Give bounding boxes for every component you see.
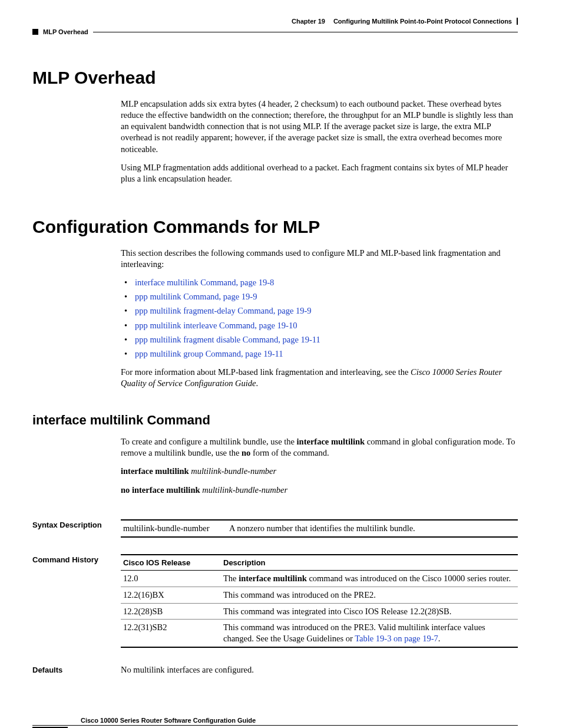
- link-ppp-multilink-interleave[interactable]: ppp multilink interleave Command, page 1…: [135, 321, 297, 330]
- link-ppp-multilink[interactable]: ppp multilink Command, page 19-9: [135, 292, 257, 301]
- para-s1-1: MLP encapsulation adds six extra bytes (…: [121, 98, 518, 155]
- command-history-row: Command History Cisco IOS Release Descri…: [32, 554, 518, 648]
- command-history-table: Cisco IOS Release Description 12.0 The i…: [121, 554, 518, 648]
- table-row: 12.0 The interface multilink command was…: [121, 570, 518, 587]
- syntax2-cmd: no interface multilink: [121, 485, 200, 495]
- syntax-description-row: Syntax Description multilink-bundle-numb…: [32, 519, 518, 538]
- syntax-line-1: interface multilink multilink-bundle-num…: [121, 466, 518, 477]
- para-s2-outro: For more information about MLP-based lin…: [121, 367, 518, 389]
- label-command-history: Command History: [32, 554, 121, 564]
- label-syntax-description: Syntax Description: [32, 519, 121, 529]
- cell-desc: This command was introduced on the PRE3.…: [221, 620, 518, 647]
- cell-desc: The interface multilink command was intr…: [221, 570, 518, 587]
- syntax-line-2: no interface multilink multilink-bundle-…: [121, 485, 518, 496]
- running-section-label: MLP Overhead: [43, 28, 88, 35]
- header-rule-icon: [93, 32, 518, 32]
- outro-post: .: [256, 378, 259, 388]
- heading-mlp-overhead: MLP Overhead: [32, 68, 518, 88]
- syntax-text: A nonzero number that identifies the mul…: [227, 520, 518, 537]
- syntax-table: multilink-bundle-number A nonzero number…: [121, 519, 518, 538]
- command-link-list: interface multilink Command, page 19-8 p…: [121, 277, 518, 360]
- link-ppp-multilink-fragment-disable[interactable]: ppp multilink fragment disable Command, …: [135, 335, 320, 344]
- s3-p1-pre: To create and configure a multilink bund…: [121, 437, 297, 446]
- table-row: 12.2(16)BX This command was introduced o…: [121, 587, 518, 603]
- d0-pre: The: [223, 574, 239, 583]
- outro-pre: For more information about MLP-based lin…: [121, 367, 411, 377]
- col-description: Description: [221, 555, 518, 571]
- cell-release: 12.0: [121, 570, 221, 587]
- cell-release: 12.2(28)SB: [121, 603, 221, 620]
- link-interface-multilink[interactable]: interface multilink Command, page 19-8: [135, 278, 274, 287]
- d0-post: command was introduced on the Cisco 1000…: [307, 574, 511, 583]
- para-s2-intro: This section describes the following com…: [121, 248, 518, 270]
- para-s3-1: To create and configure a multilink bund…: [121, 436, 518, 459]
- cell-release: 12.2(16)BX: [121, 587, 221, 603]
- syntax2-arg: multilink-bundle-number: [202, 485, 287, 495]
- link-table-19-3[interactable]: Table 19-3 on page 19-7: [355, 634, 438, 643]
- running-head-row: MLP Overhead: [32, 28, 518, 35]
- para-s1-2: Using MLP fragmentation adds additional …: [121, 162, 518, 185]
- col-release: Cisco IOS Release: [121, 555, 221, 571]
- s3-p1-b2: no: [242, 448, 250, 457]
- d0-b: interface multilink: [239, 574, 307, 583]
- chapter-title: Configuring Multilink Point-to-Point Pro…: [333, 18, 518, 25]
- d3-tail: .: [438, 634, 441, 643]
- header-box-icon: [32, 29, 38, 35]
- footer-guide-title: Cisco 10000 Series Router Software Confi…: [32, 717, 256, 724]
- link-ppp-multilink-fragment-delay[interactable]: ppp multilink fragment-delay Command, pa…: [135, 306, 312, 315]
- chapter-label: Chapter 19: [292, 18, 325, 25]
- page-header: Chapter 19 Configuring Multilink Point-t…: [32, 18, 518, 25]
- syntax1-cmd: interface multilink: [121, 466, 189, 476]
- link-ppp-multilink-group[interactable]: ppp multilink group Command, page 19-11: [135, 349, 283, 358]
- table-row: 12.2(28)SB This command was integrated i…: [121, 603, 518, 620]
- defaults-row: Defaults No multilink interfaces are con…: [32, 664, 518, 676]
- table-row: 12.2(31)SB2 This command was introduced …: [121, 620, 518, 647]
- heading-interface-multilink: interface multilink Command: [32, 413, 518, 428]
- syntax1-arg: multilink-bundle-number: [191, 466, 276, 476]
- cell-desc: This command was introduced on the PRE2.: [221, 587, 518, 603]
- defaults-text: No multilink interfaces are configured.: [121, 664, 518, 676]
- label-defaults: Defaults: [32, 664, 121, 674]
- heading-config-commands: Configuration Commands for MLP: [32, 217, 518, 237]
- cell-release: 12.2(31)SB2: [121, 620, 221, 647]
- s3-p1-b1: interface multilink: [297, 437, 365, 446]
- page-footer: Cisco 10000 Series Router Software Confi…: [32, 717, 518, 728]
- footer-divider: [32, 725, 518, 726]
- syntax-param: multilink-bundle-number: [121, 520, 227, 537]
- s3-p1-post: form of the command.: [250, 448, 329, 457]
- cell-desc: This command was integrated into Cisco I…: [221, 603, 518, 620]
